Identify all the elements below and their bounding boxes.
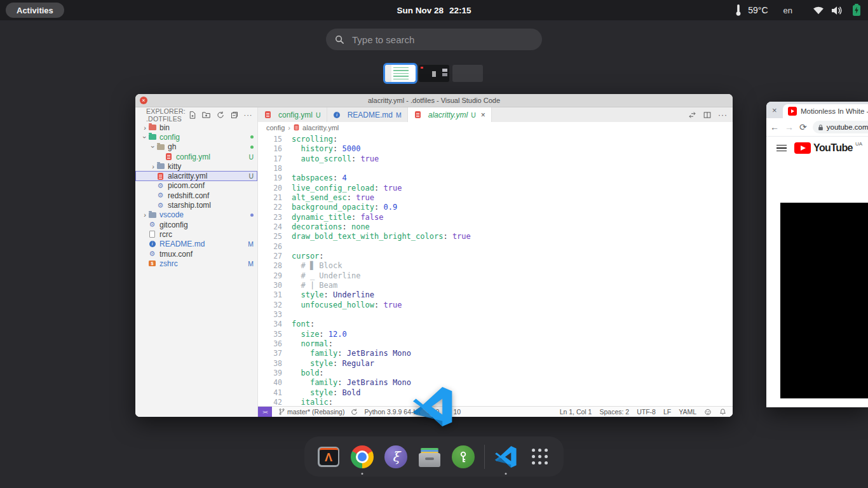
tree-item-kitty[interactable]: ›kitty — [135, 161, 257, 171]
encoding[interactable]: UTF-8 — [637, 408, 656, 416]
code-line[interactable]: 22background_opacity: 0.9 — [258, 203, 733, 212]
code-line[interactable]: 27cursor: — [258, 252, 733, 261]
notifications-bell-icon[interactable] — [719, 408, 726, 416]
dock-item-chrome[interactable] — [349, 444, 375, 470]
code-line[interactable]: 32 unfocused_hollow: true — [258, 301, 733, 310]
chrome-window[interactable]: × Motionless In White - / ← → ⟳ youtube.… — [766, 102, 868, 407]
tree-item-label: zshrc — [159, 259, 245, 268]
video-player[interactable] — [780, 203, 868, 398]
code-line[interactable]: 42 italic: — [258, 398, 733, 406]
tree-item-gitconfig[interactable]: ⚙gitconfig — [135, 220, 257, 229]
new-folder-icon[interactable] — [202, 111, 210, 119]
code-line[interactable]: 41 style: Bold — [258, 388, 733, 398]
breadcrumb-folder[interactable]: config — [266, 124, 285, 132]
vscode-titlebar[interactable]: × alacritty.yml - .dotfiles - Visual Stu… — [135, 94, 733, 107]
editor-more-icon[interactable]: ··· — [718, 111, 728, 119]
code-line[interactable]: 17 auto_scroll: true — [258, 154, 733, 164]
eol[interactable]: LF — [663, 408, 671, 416]
breadcrumb[interactable]: config › alacritty.yml — [258, 122, 733, 133]
dock-item-vscode[interactable] — [493, 444, 519, 470]
activities-button[interactable]: Activities — [6, 3, 64, 18]
workspace-thumbnail-vscode[interactable] — [385, 65, 416, 82]
dock-item-emacs[interactable]: ξ — [383, 444, 409, 470]
address-bar[interactable]: youtube.com/wa — [813, 121, 868, 133]
overview-search[interactable] — [326, 29, 542, 50]
tree-item-alacritty.yml[interactable]: alacritty.ymlU — [135, 171, 257, 180]
refresh-icon[interactable] — [216, 111, 224, 119]
dock-item-alacritty[interactable]: Λ — [316, 444, 341, 470]
collapse-all-icon[interactable] — [230, 111, 238, 119]
dock-item-keepassxc[interactable] — [451, 444, 476, 470]
code-line[interactable]: 18 — [258, 164, 733, 173]
code-line[interactable]: 30 # | Beam — [258, 281, 733, 290]
reload-icon[interactable]: ⟳ — [799, 123, 807, 132]
keyboard-layout-indicator[interactable]: en — [783, 6, 792, 15]
remote-indicator[interactable]: >< — [258, 407, 272, 417]
menu-hamburger-icon[interactable] — [776, 143, 787, 154]
tree-item-bin[interactable]: ›bin — [135, 123, 257, 132]
editor-tab-alacritty.yml[interactable]: alacritty.ymlU× — [408, 107, 492, 122]
tree-item-picom.conf[interactable]: ⚙picom.conf — [135, 181, 257, 191]
code-line[interactable]: 24decorations: none — [258, 222, 733, 232]
code-line[interactable]: 40 family: JetBrains Mono — [258, 378, 733, 388]
code-line[interactable]: 29 # _ Underline — [258, 271, 733, 281]
indentation[interactable]: Spaces: 2 — [599, 408, 629, 416]
new-file-icon[interactable] — [188, 111, 196, 119]
vscode-window[interactable]: × alacritty.yml - .dotfiles - Visual Stu… — [135, 94, 733, 417]
code-line[interactable]: 20live_config_reload: true — [258, 184, 733, 193]
tree-item-zshrc[interactable]: $zshrcM — [135, 259, 257, 268]
tree-item-redshift.conf[interactable]: ⚙redshift.conf — [135, 191, 257, 200]
code-line[interactable]: 19tabspaces: 4 — [258, 173, 733, 183]
workspace-thumbnail-youtube[interactable] — [419, 65, 449, 82]
code-line[interactable]: 33 — [258, 310, 733, 320]
dock-item-app-grid[interactable] — [527, 444, 552, 470]
code-line[interactable]: 25draw_bold_text_with_bright_colors: tru… — [258, 232, 733, 241]
language-mode[interactable]: YAML — [679, 408, 696, 416]
editor-tab-config.yml[interactable]: config.ymlU — [258, 107, 327, 122]
code-line[interactable]: 34font: — [258, 320, 733, 329]
system-status-area[interactable]: 59°C en — [735, 0, 860, 20]
tree-item-starship.toml[interactable]: ⚙starship.toml — [135, 200, 257, 210]
tree-item-rcrc[interactable]: rcrc — [135, 229, 257, 239]
clock[interactable]: Sun Nov 28 22:15 — [397, 0, 471, 20]
window-close-button[interactable]: × — [140, 97, 147, 104]
tree-item-tmux.conf[interactable]: ⚙tmux.conf — [135, 249, 257, 259]
git-branch-item[interactable]: master* (Rebasing) — [278, 408, 344, 416]
workspace-thumbnail-empty[interactable] — [452, 65, 483, 82]
feedback-icon[interactable] — [704, 409, 712, 416]
sync-icon[interactable] — [351, 409, 358, 416]
code-line[interactable]: 23dynamic_title: false — [258, 213, 733, 222]
search-input[interactable] — [351, 34, 533, 46]
editor-tab-README.md[interactable]: iREADME.mdM — [327, 107, 408, 122]
code-editor[interactable]: 15scrolling:16 history: 500017 auto_scro… — [258, 133, 733, 406]
tree-item-config[interactable]: ›config — [135, 132, 257, 142]
cursor-position[interactable]: Ln 1, Col 1 — [560, 408, 592, 416]
code-line[interactable]: 28 # ▋ Block — [258, 261, 733, 271]
youtube-logo[interactable]: YouTube UA — [794, 142, 862, 154]
code-line[interactable]: 31 style: Underline — [258, 290, 733, 300]
breadcrumb-file[interactable]: alacritty.yml — [302, 124, 339, 132]
back-icon[interactable]: ← — [770, 123, 779, 132]
browser-tab[interactable]: Motionless In White - / — [783, 104, 868, 118]
tree-item-gh[interactable]: ›gh — [135, 142, 257, 152]
tab-close-icon[interactable]: × — [772, 105, 777, 115]
tree-item-config.yml[interactable]: config.ymlU — [135, 152, 257, 161]
forward-icon[interactable]: → — [785, 123, 794, 132]
dock-item-files[interactable] — [417, 444, 442, 470]
code-line[interactable]: 38 style: Regular — [258, 359, 733, 369]
tree-item-README.md[interactable]: iREADME.mdM — [135, 240, 257, 249]
code-line[interactable]: 21alt_send_esc: true — [258, 193, 733, 203]
code-line[interactable]: 16 history: 5000 — [258, 144, 733, 154]
split-editor-icon[interactable] — [703, 111, 711, 119]
tree-item-vscode[interactable]: ›vscode — [135, 210, 257, 220]
vscode-logo-overlay[interactable] — [412, 386, 454, 428]
code-line[interactable]: 36 normal: — [258, 339, 733, 349]
tab-close-icon[interactable]: × — [481, 111, 485, 119]
code-line[interactable]: 37 family: JetBrains Mono — [258, 349, 733, 358]
more-actions-icon[interactable]: ··· — [244, 111, 252, 119]
code-line[interactable]: 35 size: 12.0 — [258, 330, 733, 339]
code-line[interactable]: 26 — [258, 242, 733, 252]
code-line[interactable]: 39 bold: — [258, 369, 733, 378]
code-line[interactable]: 15scrolling: — [258, 135, 733, 144]
open-changes-icon[interactable] — [688, 111, 696, 119]
